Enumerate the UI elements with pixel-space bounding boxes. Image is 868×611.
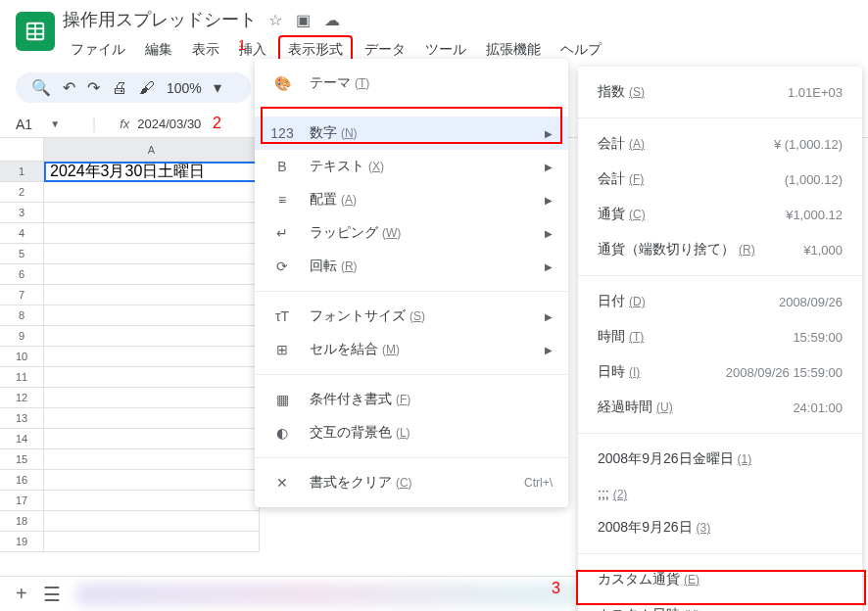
cell[interactable] [44,182,260,203]
col-header-a[interactable]: A [44,138,260,162]
menu-item[interactable]: ≡配置 (A)▶ [255,183,568,216]
cell[interactable] [44,449,260,470]
menu-view[interactable]: 表示 [184,37,227,63]
submenu-value: ¥1,000.12 [786,208,843,222]
menu-item-label: テキスト (X) [310,158,537,175]
paint-format-icon[interactable]: 🖌 [139,79,155,97]
row-header[interactable]: 13 [0,408,44,429]
row-header[interactable]: 6 [0,264,44,285]
submenu-label: カスタム通貨 (E) [598,571,699,588]
submenu-item[interactable]: カスタム通貨 (E) [578,562,862,597]
cell[interactable] [44,326,260,347]
row-header[interactable]: 14 [0,429,44,449]
cell[interactable] [44,347,260,367]
menu-item[interactable]: ✕書式をクリア (C)Ctrl+\ [255,466,568,499]
cell[interactable] [44,429,260,449]
cell[interactable] [44,223,260,244]
cloud-icon[interactable]: ☁ [324,11,340,29]
menu-item-label: フォントサイズ (S) [310,307,537,325]
cell[interactable] [44,408,260,429]
menu-item[interactable]: ◐交互の背景色 (L) [255,416,568,449]
row-header[interactable]: 1 [0,162,44,182]
submenu-item[interactable]: 会計 (A)¥ (1,000.12) [578,126,862,162]
menu-item[interactable]: Bテキスト (X)▶ [255,150,568,183]
menu-edit[interactable]: 編集 [137,37,180,63]
search-icon[interactable]: 🔍 [31,78,51,97]
row-header[interactable]: 3 [0,203,44,223]
row-header[interactable]: 5 [0,244,44,264]
menu-item[interactable]: 123数字 (N)▶ [255,117,568,150]
zoom-dropdown-icon[interactable]: ▾ [214,78,221,97]
cell[interactable] [44,511,260,532]
menu-file[interactable]: ファイル [63,37,133,63]
row-header[interactable]: 11 [0,367,44,388]
star-icon[interactable]: ☆ [268,11,282,29]
formula-value[interactable]: 2024/03/30 [137,117,201,131]
all-sheets-icon[interactable]: ☰ [43,583,61,606]
row-header[interactable]: 9 [0,326,44,347]
row-header[interactable]: 4 [0,223,44,244]
cell[interactable] [44,491,260,511]
row-header[interactable]: 7 [0,285,44,306]
row-header[interactable]: 19 [0,532,44,552]
cell[interactable] [44,367,260,388]
cell-a1[interactable]: 2024年3月30日土曜日 [44,162,260,182]
select-all-corner[interactable] [0,138,44,162]
cell[interactable] [44,244,260,264]
submenu-arrow-icon: ▶ [545,128,553,139]
annotation-2: 2 [213,115,221,132]
sheets-app-icon[interactable] [16,12,55,51]
menu-item-label: 回転 (R) [310,258,537,275]
row-header[interactable]: 17 [0,491,44,511]
row-header[interactable]: 15 [0,449,44,470]
undo-icon[interactable]: ↶ [63,78,75,97]
submenu-item[interactable]: 時間 (T)15:59:00 [578,319,862,354]
zoom-level[interactable]: 100% [167,80,202,96]
row-header[interactable]: 10 [0,347,44,367]
submenu-item[interactable]: 日付 (D)2008/09/26 [578,284,862,319]
namebox-dropdown-icon[interactable]: ▼ [50,118,60,129]
menu-item-label: 数字 (N) [310,124,537,142]
row-header[interactable]: 12 [0,388,44,408]
format-menu-dropdown: 🎨テーマ (T)123数字 (N)▶Bテキスト (X)▶≡配置 (A)▶↵ラッピ… [255,59,568,507]
submenu-item[interactable]: 2008年9月26日 (3) [578,510,862,545]
menu-item[interactable]: ⊞セルを結合 (M)▶ [255,333,568,366]
print-icon[interactable]: 🖨 [112,79,127,97]
row-header[interactable]: 18 [0,511,44,532]
row-header[interactable]: 16 [0,470,44,491]
menu-item-icon: 🎨 [270,75,294,91]
cell[interactable] [44,306,260,326]
menu-item[interactable]: 🎨テーマ (T) [255,67,568,100]
cell[interactable] [44,285,260,306]
cell[interactable] [44,470,260,491]
submenu-value: 1.01E+03 [788,85,843,100]
add-sheet-icon[interactable]: + [16,583,27,605]
submenu-item[interactable]: 通貨（端数切り捨て） (R)¥1,000 [578,232,862,267]
submenu-item[interactable]: 日時 (I)2008/09/26 15:59:00 [578,354,862,390]
menu-item[interactable]: ▦条件付き書式 (F) [255,383,568,416]
menu-item[interactable]: ↵ラッピング (W)▶ [255,216,568,250]
menu-item-icon: ◐ [270,425,294,441]
cell[interactable] [44,532,260,552]
submenu-item[interactable]: ;;; (2) [578,477,862,510]
submenu-item[interactable]: 指数 (S)1.01E+03 [578,74,862,110]
row-header[interactable]: 2 [0,182,44,203]
move-icon[interactable]: ▣ [296,11,311,29]
menu-item[interactable]: ⟳回転 (R)▶ [255,250,568,283]
menu-item[interactable]: τTフォントサイズ (S)▶ [255,300,568,333]
redo-icon[interactable]: ↷ [87,78,100,97]
submenu-item[interactable]: 経過時間 (U)24:01:00 [578,390,862,425]
name-box[interactable]: A1 ▼ [16,117,84,132]
menu-item-icon: ↵ [270,225,294,241]
submenu-item[interactable]: カスタム日時 (H) [578,597,862,611]
submenu-item[interactable]: 2008年9月26日金曜日 (1) [578,442,862,477]
document-title[interactable]: 操作用スプレッドシート [63,8,257,31]
cell[interactable] [44,264,260,285]
row-header[interactable]: 8 [0,306,44,326]
cell[interactable] [44,203,260,223]
submenu-label: ;;; (2) [598,486,627,501]
submenu-arrow-icon: ▶ [545,195,553,206]
submenu-item[interactable]: 通貨 (C)¥1,000.12 [578,197,862,232]
cell[interactable] [44,388,260,408]
submenu-item[interactable]: 会計 (F)(1,000.12) [578,162,862,197]
